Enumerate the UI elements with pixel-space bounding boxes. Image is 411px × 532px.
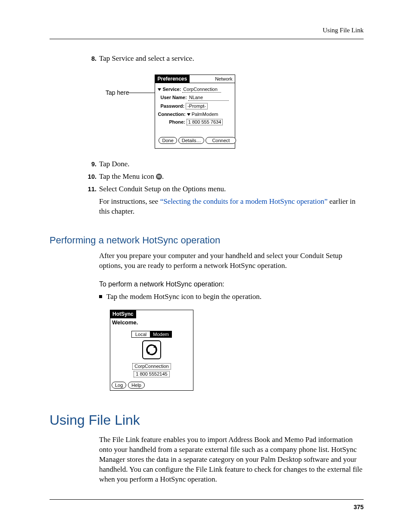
step-11-para: For instructions, see “Selecting the con… — [99, 197, 364, 217]
chevron-down-icon[interactable] — [187, 113, 190, 116]
service-value[interactable]: CorpConnection — [182, 87, 221, 93]
step-10: 10. Tap the Menu icon . — [50, 172, 364, 182]
step-11-para-a: For instructions, see — [99, 197, 160, 205]
phone-value[interactable]: 1 800 555 7634 — [187, 119, 223, 125]
bullet-square-icon — [99, 295, 102, 298]
preferences-figure: Tap here Preferences Network Service: Co… — [106, 75, 364, 149]
tap-here-label: Tap here — [106, 75, 129, 96]
password-value[interactable]: -Prompt- — [186, 103, 208, 109]
step-8-text: Tap Service and select a service. — [99, 54, 364, 64]
step-10-text: Tap the Menu icon . — [99, 172, 364, 182]
done-button[interactable]: Done — [159, 137, 177, 144]
step-10-text-b: . — [162, 172, 164, 180]
service-label: Service: — [162, 87, 181, 92]
step-8: 8. Tap Service and select a service. — [50, 54, 364, 64]
chevron-down-icon[interactable] — [158, 88, 161, 91]
procedure-title: To perform a network HotSync operation: — [99, 280, 364, 289]
help-button[interactable]: Help — [128, 382, 145, 389]
step-11-line1: Select Conduit Setup on the Options menu… — [99, 184, 364, 194]
hotsync-icon — [145, 343, 158, 356]
step-9: 9. Tap Done. — [50, 159, 364, 169]
connect-button[interactable]: Connect — [206, 137, 236, 144]
preferences-category[interactable]: Network — [215, 76, 235, 81]
step-8-number: 8. — [50, 54, 99, 63]
connection-value[interactable]: PalmModem — [192, 112, 218, 117]
hotsync-welcome: Welcome. — [110, 318, 193, 327]
connection-label: Connection: — [158, 112, 185, 117]
conduits-link[interactable]: “Selecting the conduits for a modem HotS… — [160, 197, 328, 205]
bottom-rule — [50, 499, 364, 500]
menu-icon — [156, 174, 162, 180]
bullet-item: Tap the modem HotSync icon to begin the … — [99, 292, 364, 302]
phone-label: Phone: — [169, 119, 185, 124]
tab-modem[interactable]: Modem — [150, 331, 171, 337]
leader-line — [129, 93, 155, 93]
bullet-text: Tap the modem HotSync icon to begin the … — [106, 292, 262, 302]
username-value[interactable]: NLane — [188, 95, 229, 101]
step-10-number: 10. — [50, 172, 99, 181]
tab-local[interactable]: Local — [132, 331, 150, 337]
username-label: User Name: — [160, 95, 187, 100]
step-9-text: Tap Done. — [99, 159, 364, 169]
hotsync-icon-button[interactable] — [142, 340, 161, 359]
hotsync-phone[interactable]: 1 800 5552145 — [134, 371, 169, 377]
section-heading-file-link: Using File Link — [50, 412, 364, 428]
hotsync-title: HotSync — [110, 310, 136, 318]
details-button[interactable]: Details… — [178, 137, 205, 144]
preferences-title: Preferences — [155, 75, 190, 83]
running-header: Using File Link — [323, 27, 364, 34]
preferences-window: Preferences Network Service: CorpConnect… — [155, 75, 235, 149]
password-label: Password: — [160, 103, 184, 109]
page-number: 375 — [354, 504, 364, 510]
section-heading-network-hotsync: Performing a network HotSync operation — [50, 235, 364, 246]
hotsync-connection[interactable]: CorpConnection — [132, 363, 171, 370]
tab-set: Local Modem — [131, 331, 172, 338]
hotsync-figure: HotSync Welcome. Local Modem CorpConnect… — [110, 310, 193, 391]
file-link-paragraph: The File Link feature enables you to imp… — [99, 435, 364, 485]
step-11-number: 11. — [50, 184, 99, 194]
step-10-text-a: Tap the Menu icon — [99, 172, 156, 180]
step-11: 11. Select Conduit Setup on the Options … — [50, 184, 364, 219]
log-button[interactable]: Log — [112, 382, 126, 389]
network-hotsync-paragraph: After you prepare your computer and your… — [99, 251, 364, 271]
top-rule — [50, 39, 364, 39]
step-9-number: 9. — [50, 159, 99, 169]
